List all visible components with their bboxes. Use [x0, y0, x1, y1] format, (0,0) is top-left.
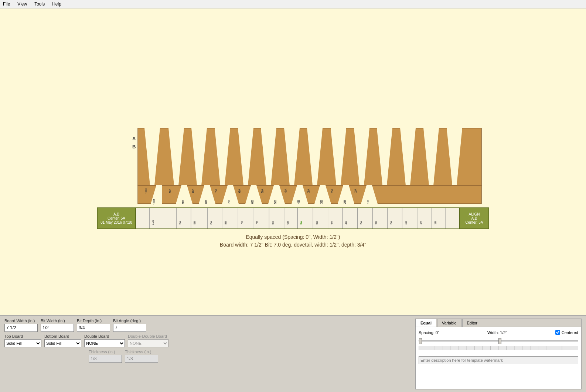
top-board-select[interactable]: Solid Fill None — [4, 339, 41, 347]
template-center-label: Center: 5A — [108, 216, 125, 220]
svg-text:10B: 10B — [151, 220, 154, 225]
double-double-label: Double-Double Board — [128, 334, 168, 338]
thickness1-input — [89, 355, 122, 363]
svg-text:3B: 3B — [375, 221, 378, 224]
template-date-label: 01 May 2016 07:28 — [100, 220, 132, 224]
tab-variable[interactable]: Variable — [437, 319, 461, 327]
svg-text:6A: 6A — [238, 189, 241, 193]
svg-text:5B: 5B — [315, 221, 318, 224]
dovetail-visualization: A — B — 10A 9A 8A 7A — [97, 75, 489, 207]
field-bit-width: Bit Width (in.) — [41, 319, 74, 332]
svg-text:3A: 3A — [360, 221, 363, 224]
template-right-ab: A,B — [471, 216, 477, 220]
menubar: File View Tools Help — [0, 0, 586, 8]
field-bottom-board: Bottom Board Solid Fill None — [44, 334, 81, 347]
svg-text:2A: 2A — [389, 221, 393, 224]
template-ab-label: A,B — [113, 212, 119, 216]
bit-depth-input[interactable] — [77, 324, 110, 332]
drawing-area: A — B — 10A 9A 8A 7A — [0, 8, 586, 315]
fields-row3: Thickness (in.) Thickness (in.) — [89, 350, 412, 363]
svg-text:7A: 7A — [214, 189, 218, 193]
template-right-center: Center: 5A — [466, 220, 483, 224]
bit-angle-label: Bit Angle (deg.) — [113, 319, 146, 323]
spacing-value-label: Spacing: 0" — [419, 330, 439, 335]
svg-text:1B: 1B — [434, 221, 437, 224]
centered-label: Centered — [562, 330, 578, 335]
menu-file[interactable]: File — [1, 1, 11, 7]
bottom-board-label: Bottom Board — [44, 334, 81, 338]
field-double-board: Double Board NONE — [84, 334, 125, 347]
bottom-panel: Board Width (in.) Bit Width (in.) Bit De… — [0, 315, 586, 392]
menu-view[interactable]: View — [16, 1, 28, 7]
svg-text:—: — — [130, 144, 134, 149]
bit-width-label: Bit Width (in.) — [41, 319, 74, 323]
svg-text:9A: 9A — [168, 189, 172, 193]
svg-text:6B: 6B — [251, 200, 254, 204]
svg-text:6B: 6B — [286, 221, 289, 224]
tab-editor[interactable]: Editor — [462, 319, 483, 327]
svg-text:8A: 8A — [191, 189, 195, 193]
field-top-board: Top Board Solid Fill None — [4, 334, 41, 347]
svg-text:8B: 8B — [224, 221, 227, 224]
svg-text:2B: 2B — [404, 221, 408, 224]
slider1-thumb-left[interactable] — [419, 338, 422, 344]
thickness2-input — [125, 355, 158, 363]
svg-text:7A: 7A — [240, 221, 243, 224]
menu-help[interactable]: Help — [51, 1, 63, 7]
svg-text:7B: 7B — [255, 221, 258, 224]
svg-text:9B: 9B — [181, 200, 185, 204]
tab-bar: Equal Variable Editor — [416, 319, 581, 327]
slider-ticks — [419, 346, 578, 350]
svg-text:5A: 5A — [260, 189, 264, 193]
svg-text:9B: 9B — [193, 221, 196, 224]
spacing-info: Equally spaced (Spacing: 0", Width: 1/2"… — [220, 233, 366, 241]
svg-text:1A: 1A — [354, 189, 357, 193]
menu-tools[interactable]: Tools — [33, 1, 46, 7]
field-thickness1: Thickness (in.) — [89, 350, 122, 363]
double-double-select[interactable]: NONE — [128, 339, 168, 347]
bit-width-input[interactable] — [41, 324, 74, 332]
tab-equal[interactable]: Equal — [416, 319, 436, 327]
bit-angle-input[interactable] — [113, 324, 146, 332]
field-board-width: Board Width (in.) — [4, 319, 38, 332]
board-info: Board width: 7 1/2" Bit: 7.0 deg. doveta… — [220, 241, 366, 249]
template-align-label: ALIGN — [469, 212, 480, 216]
centered-checkbox[interactable] — [555, 330, 560, 335]
board-width-label: Board Width (in.) — [4, 319, 38, 323]
svg-text:4B: 4B — [345, 221, 348, 224]
svg-text:1A: 1A — [419, 221, 423, 224]
field-bit-angle: Bit Angle (deg.) — [113, 319, 146, 332]
slider1-thumb-right[interactable] — [498, 338, 501, 344]
svg-text:7B: 7B — [227, 200, 231, 204]
field-double-double: Double-Double Board NONE — [128, 334, 168, 347]
template-right-label: ALIGN A,B Center: 5A — [459, 207, 489, 229]
svg-text:5B: 5B — [273, 200, 277, 204]
svg-text:2A: 2A — [330, 189, 334, 193]
controls-right: Equal Variable Editor Spacing: 0" Width:… — [415, 319, 582, 389]
info-text-area: Equally spaced (Spacing: 0", Width: 1/2"… — [220, 233, 366, 249]
svg-text:4A: 4A — [284, 189, 287, 193]
double-board-select[interactable]: NONE — [84, 339, 125, 347]
description-input[interactable] — [419, 356, 578, 364]
svg-text:4A: 4A — [330, 221, 333, 224]
svg-text:9A: 9A — [178, 221, 182, 224]
thickness1-label: Thickness (in.) — [89, 350, 122, 354]
field-bit-depth: Bit Depth (in.) — [77, 319, 110, 332]
svg-text:6A: 6A — [271, 221, 275, 224]
svg-text:10B: 10B — [152, 199, 156, 205]
fields-row1: Board Width (in.) Bit Width (in.) Bit De… — [4, 319, 412, 332]
bottom-board-select[interactable]: Solid Fill None — [44, 339, 81, 347]
double-board-label: Double Board — [84, 334, 125, 338]
board-width-input[interactable] — [4, 324, 38, 332]
svg-text:2B: 2B — [343, 200, 347, 204]
bit-depth-label: Bit Depth (in.) — [77, 319, 110, 323]
top-board-label: Top Board — [4, 334, 41, 338]
thickness2-label: Thickness (in.) — [125, 350, 158, 354]
svg-text:8B: 8B — [204, 200, 208, 204]
svg-text:5A: 5A — [300, 221, 303, 224]
tab-content-equal: Spacing: 0" Width: 1/2" Centered — [416, 327, 581, 389]
svg-text:3B: 3B — [320, 200, 323, 204]
template-left-label: A,B Center: 5A 01 May 2016 07:28 — [97, 207, 136, 229]
fields-row2: Top Board Solid Fill None Bottom Board S… — [4, 334, 412, 347]
template-ruler: 10B 9A 9B 8A 8B 7A 7B — [136, 207, 459, 229]
